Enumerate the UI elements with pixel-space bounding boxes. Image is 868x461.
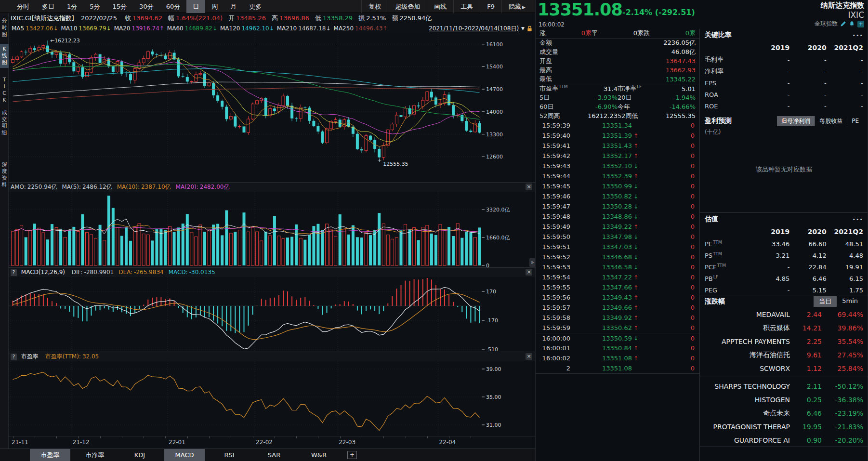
pe-chart[interactable]: 39.0035.0031.00 <box>9 361 535 436</box>
tick-row[interactable]: 15:59:5713349.66↑0 <box>536 303 699 313</box>
close-macd-panel-button[interactable]: × <box>526 269 532 276</box>
movers-tab-当日[interactable]: 当日 <box>814 296 837 307</box>
tool-复权[interactable]: 复权 <box>361 0 388 13</box>
tool-隐藏[interactable]: 隐藏▶ <box>501 0 532 13</box>
tick-volume: 0 <box>640 183 695 190</box>
tick-row[interactable]: 15:59:4613350.82↓0 <box>536 191 699 201</box>
pe-panel: ? 市盈率 市盈率(TTM):32.05 × 39.0035.0031.00 <box>9 352 535 436</box>
tick-row[interactable]: 15:59:4113351.43↑0 <box>536 141 699 151</box>
tick-row[interactable]: 15:59:4913349.22↑0 <box>536 222 699 232</box>
mover-row[interactable]: SHARPS TECHNOLOGY2.11-50.12% <box>700 380 868 393</box>
period-tab-周[interactable]: 周 <box>205 0 224 13</box>
tool-F9[interactable]: F9 <box>480 0 501 13</box>
forecast-tab-每股收益[interactable]: 每股收益 <box>815 116 847 126</box>
mover-row[interactable]: PROTAGONIST THERAP19.95-21.83% <box>700 420 868 434</box>
svg-text:3320.0亿: 3320.0亿 <box>486 207 510 213</box>
tick-row[interactable]: 15:59:4813348.86↓0 <box>536 211 699 222</box>
period-tab-5分[interactable]: 5分 <box>83 0 106 13</box>
add-indicator-button[interactable]: + <box>347 451 357 459</box>
tick-row[interactable]: 16:00:0113350.84↑0 <box>536 343 699 353</box>
sidebar-item-成交明细[interactable]: 成交明细 <box>0 107 9 138</box>
mover-row[interactable]: 奇点未来6.46-23.19% <box>700 407 868 420</box>
valuation-menu-button[interactable]: ••• <box>853 216 863 223</box>
mover-row[interactable]: APPTECH PAYMENTS2.2535.54% <box>700 335 868 348</box>
period-tab-60分[interactable]: 60分 <box>160 0 187 13</box>
tick-row[interactable]: 15:59:5813349.92↑0 <box>536 313 699 323</box>
expand-panel-button[interactable]: » <box>529 258 535 267</box>
mover-row[interactable]: HISTOGEN0.25-36.38% <box>700 393 868 407</box>
period-tab-分时[interactable]: 分时 <box>11 0 36 13</box>
mover-row[interactable]: 海洋石油信托9.6127.45% <box>700 348 868 362</box>
indicator-tab-KDJ[interactable]: KDJ <box>119 449 160 461</box>
legend-label: DIF: <box>72 269 83 276</box>
macd-chart[interactable]: 170-170-510 <box>9 277 535 352</box>
key-ratios-menu-button[interactable]: ••• <box>853 32 863 39</box>
indicator-tab-MACD[interactable]: MACD <box>164 449 205 461</box>
add-to-watchlist-button[interactable]: + <box>857 21 864 27</box>
tick-row[interactable]: 15:59:4513350.99↓0 <box>536 181 699 191</box>
period-tab-更多[interactable]: 更多 <box>243 0 268 13</box>
period-tab-1分[interactable]: 1分 <box>61 0 83 13</box>
mover-row[interactable]: GUARDFORCE AI0.90-20.20% <box>700 434 868 447</box>
mover-row[interactable]: SCWORX1.1225.84% <box>700 362 868 375</box>
sidebar-item-分时图[interactable]: 分时图 <box>0 16 9 40</box>
tick-row[interactable]: 15:59:5113347.03↓0 <box>536 242 699 252</box>
alert-bell-icon[interactable] <box>849 21 855 27</box>
volume-chart[interactable]: 3320.0亿1660.0亿0 <box>9 192 535 268</box>
mover-row[interactable]: 积云媒体14.2139.86% <box>700 321 868 335</box>
indicator-tab-W&R[interactable]: W&R <box>299 449 339 461</box>
tick-row[interactable]: 15:59:5413347.22↑0 <box>536 272 699 282</box>
tool-画线[interactable]: 画线 <box>427 0 453 13</box>
kline-chart[interactable]: 161001540014700140001330012600←16212.23+… <box>9 33 535 182</box>
tick-row[interactable]: 15:59:4013351.39↑0 <box>536 131 699 141</box>
tick-row[interactable]: 15:59:5213346.68↓0 <box>536 252 699 262</box>
mover-row[interactable]: MEDAVAIL2.4469.44% <box>700 308 868 321</box>
forecast-tab-PE[interactable]: PE <box>847 117 863 125</box>
svg-text:14000: 14000 <box>486 109 503 115</box>
tick-time: 15:59:41 <box>540 142 570 149</box>
tick-row[interactable]: 16:00:0013350.59↓0 <box>536 333 699 343</box>
date-range-selector[interactable]: 2021/11/10-2022/04/14(108日) ▼ <box>429 24 532 33</box>
tick-row[interactable]: 15:59:5013347.98↓0 <box>536 232 699 242</box>
sidebar-item-深度资料[interactable]: 深度资料 <box>0 159 9 190</box>
period-tab-30分[interactable]: 30分 <box>133 0 160 13</box>
tick-row[interactable]: 15:59:3913351.340 <box>536 120 699 131</box>
close-pe-panel-button[interactable]: × <box>526 353 532 360</box>
period-tab-15分[interactable]: 15分 <box>106 0 133 13</box>
tick-row[interactable]: 15:59:5313346.58↓0 <box>536 262 699 272</box>
indicator-tab-RSI[interactable]: RSI <box>209 449 250 461</box>
stat-value: 16212.23 <box>588 112 618 119</box>
forecast-tab-归母净利润[interactable]: 归母净利润 <box>777 116 815 126</box>
help-icon[interactable]: ? <box>11 354 17 360</box>
movers-tab-5min[interactable]: 5min <box>837 296 863 307</box>
lock-icon[interactable] <box>527 26 532 32</box>
tick-row[interactable]: 213351.080 <box>536 363 699 373</box>
indicator-tab-市净率[interactable]: 市净率 <box>75 449 115 461</box>
period-tab-多日[interactable]: 多日 <box>36 0 61 13</box>
indicator-tab-市盈率[interactable]: 市盈率 <box>30 449 70 461</box>
sidebar-item-TICK[interactable]: TICK <box>0 75 9 105</box>
tick-row[interactable]: 16:00:0213351.08↑0 <box>536 353 699 363</box>
up-arrow-icon: ↑ <box>632 224 640 230</box>
tick-row[interactable]: 15:59:4413352.39↑0 <box>536 171 699 181</box>
quote-stat-row: 金额2236.05亿 <box>536 39 699 48</box>
tick-row[interactable]: 15:59:4313352.10↓0 <box>536 161 699 171</box>
ma-label: MA20 <box>114 25 131 32</box>
period-tab-日[interactable]: 日 <box>186 0 205 13</box>
indicator-tab-SAR[interactable]: SAR <box>254 449 294 461</box>
tool-工具[interactable]: 工具 <box>453 0 480 13</box>
edit-pencil-icon[interactable] <box>840 21 846 27</box>
info-field-开: 开13485.26 <box>228 14 266 22</box>
up-arrow-icon: ↑ <box>632 143 640 149</box>
tool-超级叠加[interactable]: 超级叠加 <box>388 0 427 13</box>
tick-row[interactable]: 15:59:4213352.17↑0 <box>536 151 699 161</box>
tick-row[interactable]: 15:59:4713350.28↓0 <box>536 201 699 211</box>
tick-row[interactable]: 15:59:5613349.43↑0 <box>536 292 699 303</box>
sidebar-item-K线图[interactable]: K线图 <box>0 44 9 68</box>
ma-value: 14496.43↑ <box>355 25 387 32</box>
tick-row[interactable]: 15:59:5513347.66↑0 <box>536 282 699 292</box>
period-tab-月[interactable]: 月 <box>224 0 243 13</box>
tick-row[interactable]: 15:59:5913350.62↑0 <box>536 323 699 333</box>
help-icon[interactable]: ? <box>11 269 17 276</box>
close-volume-panel-button[interactable]: × <box>526 184 532 190</box>
